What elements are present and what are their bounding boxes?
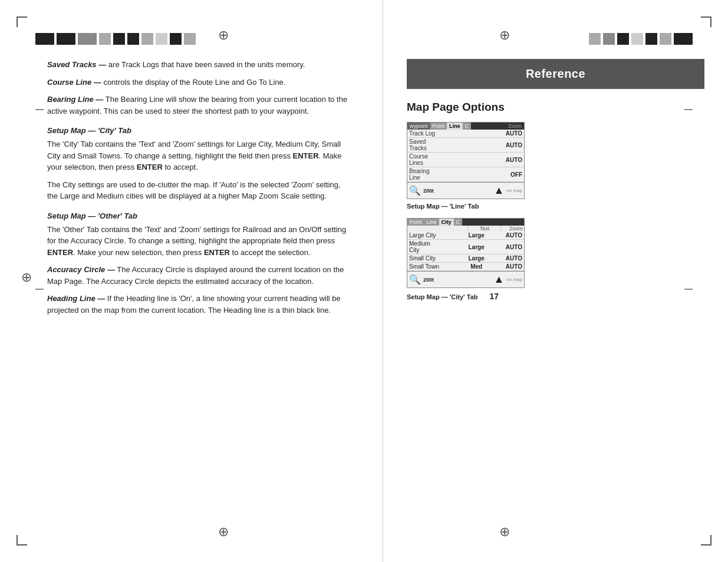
zoom-col-header: Zoom xyxy=(500,226,524,232)
small-town-zoom: AUTO xyxy=(492,263,524,271)
map-footer-2: 🔍 200t ▲ no map xyxy=(407,271,524,287)
city-empty xyxy=(407,226,468,232)
city-tab-c: C xyxy=(454,219,463,226)
table-row: SavedTracks AUTO xyxy=(407,138,524,153)
tab-c: C xyxy=(463,123,472,130)
tab2-enter1: ENTER xyxy=(47,248,73,257)
accuracy-circle-label: Accuracy Circle — xyxy=(47,265,115,274)
map-zoom-icon-2: 🔍 xyxy=(409,274,421,285)
tab-point: Point xyxy=(430,123,447,130)
bearing-line-label: Bearing Line — xyxy=(47,95,103,104)
crosshair-bottom-left: ⊕ xyxy=(218,524,229,540)
page-container: ⊕ ⊕ ⊕ Saved Tracks — are Track Logs that… xyxy=(0,0,728,562)
page-number: 17 xyxy=(490,292,499,301)
table-row: Track Log AUTO xyxy=(407,130,524,138)
reference-header: Reference xyxy=(407,59,704,89)
heading-line-para: Heading Line — If the Heading line is 'O… xyxy=(47,293,350,316)
small-city-text: Large xyxy=(461,254,492,263)
large-city-label: Large City xyxy=(407,232,461,240)
table-row: BearingLine OFF xyxy=(407,167,524,182)
track-log-value: AUTO xyxy=(477,130,524,138)
course-lines-label: CourseLines xyxy=(407,153,477,167)
saved-tracks-value: AUTO xyxy=(477,138,524,153)
map-nomap-2: no map xyxy=(506,277,522,282)
map-arrow-icon: ▲ xyxy=(493,184,504,197)
small-city-label: Small City xyxy=(407,254,461,263)
tab2-para1-end2: to accept the selection. xyxy=(230,248,311,257)
course-line-text: controls the display of the Route Line a… xyxy=(103,78,285,87)
bearing-line-value: OFF xyxy=(477,167,524,182)
tab1-enter1: ENTER xyxy=(293,151,319,160)
tab1-enter2: ENTER xyxy=(137,163,163,171)
table-row: Small City Large AUTO xyxy=(407,254,524,263)
line-tab-caption: Setup Map — 'Line' Tab xyxy=(407,203,704,210)
margin-line-right-bottom xyxy=(684,289,693,290)
map-nomap-1: no map xyxy=(506,188,522,193)
small-town-label: Small Town xyxy=(407,263,461,271)
city-caption-row: Setup Map — 'City' Tab 17 xyxy=(407,292,704,301)
table-row: Small Town Med AUTO xyxy=(407,263,524,271)
saved-tracks-para: Saved Tracks — are Track Logs that have … xyxy=(47,59,350,71)
map-arrow-icon-2: ▲ xyxy=(493,273,504,286)
bearing-line-label2: BearingLine xyxy=(407,167,477,182)
accuracy-circle-para: Accuracy Circle — The Accuracy Circle is… xyxy=(47,264,350,287)
track-log-label: Track Log xyxy=(407,130,477,138)
tab-waypoint: wypoint xyxy=(407,123,430,130)
tab1-para2: The City settings are used to de-clutter… xyxy=(47,179,350,202)
city-tab-caption: Setup Map — 'City' Tab xyxy=(407,293,478,300)
left-column: ⊕ Saved Tracks — are Track Logs that hav… xyxy=(0,0,383,562)
saved-tracks-label2: SavedTracks xyxy=(407,138,477,153)
tab1-heading: Setup Map — 'City' Tab xyxy=(47,126,350,135)
map-zoom-icon: 🔍 xyxy=(409,185,421,196)
zoom-label: Zoom xyxy=(471,123,524,130)
section-heading: Map Page Options xyxy=(407,101,704,114)
course-lines-value: AUTO xyxy=(477,153,524,167)
tab-line-active: Line xyxy=(447,123,463,130)
margin-line-left-top xyxy=(35,109,44,110)
city-tab-spacer xyxy=(462,219,524,226)
city-tab-point: Point xyxy=(407,219,424,226)
course-line-label: Course Line — xyxy=(47,78,101,87)
map-line-tab-screenshot: wypoint Point Line C Zoom Track Log AUTO… xyxy=(407,122,525,199)
saved-tracks-text: are Track Logs that have been saved in t… xyxy=(108,60,305,69)
medium-city-text: Large xyxy=(461,240,492,254)
large-city-text: Large xyxy=(461,232,492,240)
medium-city-label: MediumCity xyxy=(407,240,461,254)
table-row: MediumCity Large AUTO xyxy=(407,240,524,254)
course-line-para: Course Line — controls the display of th… xyxy=(47,77,350,88)
line-tab-caption-text: Setup Map — 'Line' Tab xyxy=(407,203,479,210)
table-row: CourseLines AUTO xyxy=(407,153,524,167)
crosshair-bottom-right: ⊕ xyxy=(499,524,510,540)
right-column: Reference Map Page Options wypoint Point… xyxy=(383,0,728,562)
margin-line-left-bottom xyxy=(35,289,44,290)
tab1-para1-end2: to accept. xyxy=(163,163,198,171)
text-col-header: Text xyxy=(468,226,500,232)
medium-city-zoom: AUTO xyxy=(492,240,524,254)
tab2-para1-text: The 'Other' Tab contains the 'Text' and … xyxy=(47,225,346,246)
tab2-para1: The 'Other' Tab contains the 'Text' and … xyxy=(47,224,350,259)
saved-tracks-label: Saved Tracks — xyxy=(47,60,106,69)
tab2-enter2: ENTER xyxy=(204,248,230,257)
map-scale: 200t xyxy=(423,188,434,194)
map-scale-2: 200t xyxy=(423,277,434,283)
table-row: Large City Large AUTO xyxy=(407,232,524,240)
circle-icon-left: ⊕ xyxy=(21,270,32,285)
city-tab-active: City xyxy=(439,219,454,226)
heading-line-label: Heading Line — xyxy=(47,294,105,303)
line-tab-table: Track Log AUTO SavedTracks AUTO CourseLi… xyxy=(407,130,524,182)
tab1-para1: The 'City' Tab contains the 'Text' and '… xyxy=(47,138,350,173)
margin-line-right-top xyxy=(684,109,693,110)
small-town-text: Med xyxy=(461,263,492,271)
city-tab-table: Large City Large AUTO MediumCity Large A… xyxy=(407,232,524,271)
bearing-line-para: Bearing Line — The Bearing Line will sho… xyxy=(47,94,350,117)
map-footer-1: 🔍 200t ▲ no map xyxy=(407,182,524,199)
city-tab-line: Line xyxy=(424,219,439,226)
large-city-zoom: AUTO xyxy=(492,232,524,240)
tab2-heading: Setup Map — 'Other' Tab xyxy=(47,211,350,220)
small-city-zoom: AUTO xyxy=(492,254,524,263)
tab2-para1-end: . Make your new selection, then press xyxy=(73,248,204,257)
map-city-tab-screenshot: Point Line City C Text Zoom Large City L… xyxy=(407,218,525,288)
